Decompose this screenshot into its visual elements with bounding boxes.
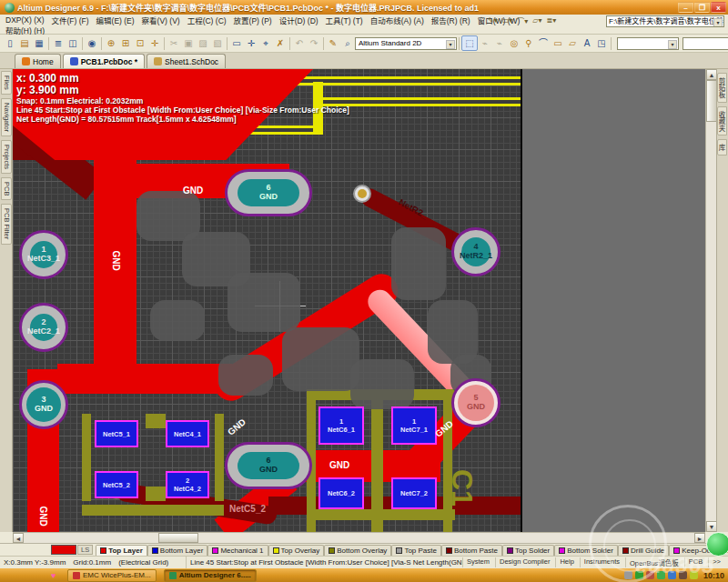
zoom-in-icon[interactable]: ⊕ (104, 36, 118, 50)
save-icon[interactable]: ▦ (32, 36, 46, 50)
gnd-trace-horizontal[interactable] (57, 364, 232, 394)
zoom-area-icon[interactable]: ⊞ (118, 36, 133, 50)
layer-tab-top-paste[interactable]: Top Paste (391, 545, 441, 556)
heart-icon[interactable]: ♥ (51, 571, 60, 580)
scroll-left-icon[interactable]: ◄ (13, 533, 24, 543)
print-icon[interactable]: ≣ (51, 36, 66, 50)
menu-item-6[interactable]: 设计(D) (D) (276, 15, 322, 25)
sidebar-tab-navigator[interactable]: Navigator (1, 98, 12, 136)
panel-button-help[interactable]: Help (555, 557, 577, 567)
smd-pad-netc5_2[interactable]: NetC5_2 (95, 471, 138, 498)
layer-tab-top-layer[interactable]: Top Layer (96, 545, 147, 556)
menu-item-8[interactable]: 自动布线(A) (A) (367, 15, 428, 25)
panel-button-design-compiler[interactable]: Design Compiler (495, 557, 553, 567)
project-path-combo[interactable]: F:\新建文件夹\数字调音\数字电位器 ▾ (606, 15, 724, 27)
sidebar-tab-projects[interactable]: Projects (1, 140, 12, 174)
pencil-icon[interactable]: ✎ (326, 36, 340, 50)
open-icon[interactable]: ▤ (17, 36, 32, 50)
component-icon[interactable]: ◳ (594, 36, 609, 50)
menu-tool-dropdown-0[interactable]: ✎▾ (486, 16, 500, 25)
move-icon[interactable]: ✛ (244, 36, 258, 50)
pcb-canvas[interactable]: x: 0.300 mm y: 3.900 mm Snap: 0.1mm Elec… (13, 69, 521, 532)
string-icon[interactable]: A (580, 36, 594, 50)
magnifier-icon[interactable]: ⌕ (340, 36, 355, 50)
panel-button--[interactable]: >> (708, 557, 724, 567)
right-tab-2[interactable]: 库 (717, 139, 727, 156)
chevron-down-icon[interactable]: ▾ (668, 40, 677, 49)
empty-combo-2[interactable]: ▾ (682, 37, 728, 50)
task-button-0[interactable]: EMC WicePlus-EM... (67, 569, 157, 582)
smd-pad-netc5_1[interactable]: NetC5_1 (95, 420, 138, 447)
right-tab-0[interactable]: 剪贴板 (717, 73, 727, 103)
fill-icon[interactable]: ▭ (551, 36, 565, 50)
panel-button-system[interactable]: System (462, 557, 493, 567)
zoom-fit-icon[interactable]: ⊡ (133, 36, 147, 50)
polygon-icon[interactable]: ▱ (565, 36, 580, 50)
menu-tool-dropdown-4[interactable]: ≣▾ (544, 16, 558, 25)
menu-item-9[interactable]: 报告(R) (R) (428, 15, 474, 25)
menu-item-1[interactable]: 文件(F) (F) (48, 15, 93, 25)
layer-tab-bottom-solder[interactable]: Bottom Solder (554, 545, 618, 556)
clear-filter-icon[interactable]: ✗ (273, 36, 288, 50)
sidebar-tab-files[interactable]: Files (1, 71, 12, 95)
panel-button-pcb[interactable]: PCB (684, 557, 706, 567)
menu-tool-dropdown-1[interactable]: ▭▾ (500, 16, 515, 25)
smd-pad-netc4_1[interactable]: NetC4_1 (166, 420, 209, 447)
vertical-scrollbar[interactable]: ▲ ▼ (705, 69, 716, 532)
menu-tool-dropdown-3[interactable]: ▱▾ (531, 16, 543, 25)
workspace-outside-board[interactable] (522, 69, 705, 532)
tray-icon-0[interactable] (624, 571, 632, 579)
restore-button[interactable]: ❐ (694, 2, 710, 13)
via-icon[interactable]: ⚲ (521, 36, 536, 50)
menu-item-2[interactable]: 编辑(E) (E) (93, 15, 138, 25)
scroll-right-icon[interactable]: ► (694, 533, 705, 543)
tray-icon-6[interactable] (690, 571, 698, 579)
layer-tab-drill-guide[interactable]: Drill Guide (618, 545, 669, 556)
layer-tab-bottom-layer[interactable]: Bottom Layer (147, 545, 208, 556)
horizontal-scrollbar[interactable]: ◄ ► (13, 532, 705, 543)
layer-tab-bottom-overlay[interactable]: Bottom Overlay (324, 545, 391, 556)
menu-item-3[interactable]: 察看(V) (V) (138, 15, 184, 25)
right-tab-1[interactable]: 收藏夹 (717, 106, 727, 136)
panel-button-openbus-[interactable]: OpenBus调色板 (625, 557, 682, 567)
chevron-down-icon[interactable]: ▾ (446, 40, 455, 49)
tray-icon-1[interactable] (635, 571, 643, 579)
close-button[interactable]: x (711, 2, 726, 13)
interactive-routing-icon[interactable]: ⬚ (461, 35, 478, 51)
smd-pad-netc7_2[interactable]: NetC7_2 (391, 477, 437, 509)
layer-tab-top-overlay[interactable]: Top Overlay (268, 545, 325, 556)
select-area-icon[interactable]: ▭ (229, 36, 244, 50)
tray-icon-2[interactable] (646, 571, 654, 579)
horizontal-scroll-thumb[interactable] (158, 533, 198, 543)
menu-tool-dropdown-2[interactable]: ⌒▾ (515, 15, 530, 25)
sidebar-tab-pcb[interactable]: PCB (1, 177, 12, 200)
empty-combo-1[interactable]: ▾ (617, 37, 679, 50)
menu-item-4[interactable]: 工程(C) (C) (184, 15, 230, 25)
sidebar-tab-pcb-filter[interactable]: PCB Filter (1, 204, 12, 244)
cross-probe-icon[interactable]: ⌖ (258, 36, 273, 50)
tray-icon-3[interactable] (657, 571, 665, 579)
tray-icon-5[interactable] (679, 571, 687, 579)
new-document-icon[interactable]: ▯ (3, 36, 17, 50)
chevron-down-icon[interactable]: ▾ (713, 18, 723, 27)
doc-tab-home[interactable]: Home (15, 54, 61, 68)
smd-pad-netc6_2[interactable]: NetC6_2 (318, 477, 364, 509)
smd-pad-netc6_1[interactable]: 1NetC6_1 (318, 406, 364, 445)
active-layer-swatch[interactable] (51, 545, 76, 555)
layer-tab-bottom-paste[interactable]: Bottom Paste (441, 545, 502, 556)
tray-icon-4[interactable] (668, 571, 676, 579)
pad-icon[interactable]: ◎ (507, 36, 521, 50)
layer-tab-mechanical-1[interactable]: Mechanical 1 (207, 545, 268, 556)
zoom-selection-icon[interactable]: ✛ (147, 36, 162, 50)
task-button-1[interactable]: Altium Designer 6..... (164, 569, 257, 582)
menu-item-5[interactable]: 放置(P) (P) (230, 15, 276, 25)
doc-tab-sheet1-schdoc[interactable]: Sheet1.SchDoc (147, 54, 226, 68)
menu-item-0[interactable]: DXP(X) (X) (2, 15, 48, 25)
print-preview-icon[interactable]: ◫ (66, 36, 80, 50)
panel-button-instruments[interactable]: Instruments (580, 557, 623, 567)
menu-item-7[interactable]: 工具(T) (T) (322, 15, 367, 25)
view-configuration-combo[interactable]: Altium Standard 2D▾ (355, 37, 457, 50)
arc-icon[interactable]: ⌒ (536, 36, 551, 50)
minimize-button[interactable]: – (678, 2, 693, 13)
layer-set-button[interactable]: LS (77, 545, 93, 555)
